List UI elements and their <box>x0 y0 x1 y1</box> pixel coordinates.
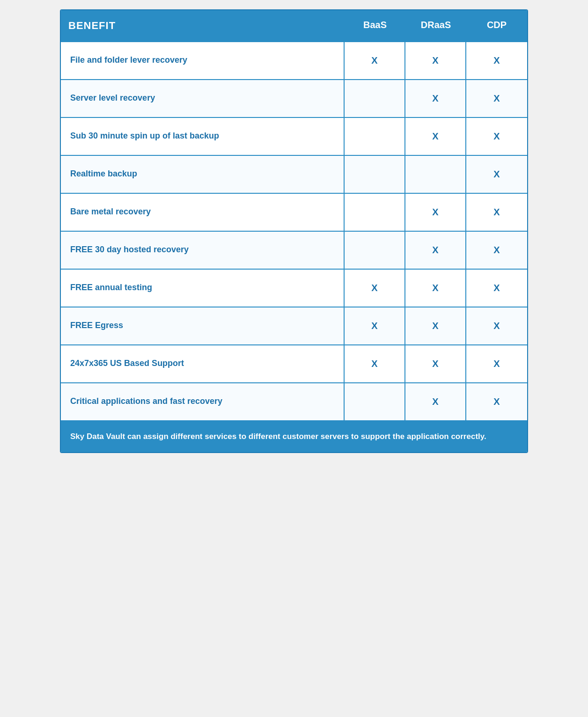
draas-cell: X <box>405 383 466 420</box>
baas-column-header: BaaS <box>345 10 405 41</box>
comparison-table: BENEFIT BaaS DRaaS CDP File and folder l… <box>60 9 528 453</box>
cdp-cell: X <box>466 156 527 193</box>
cdp-cell: X <box>466 80 527 117</box>
table-footer: Sky Data Vault can assign different serv… <box>61 420 527 452</box>
baas-cell <box>345 118 405 155</box>
table-row: FREE Egress X X X <box>61 307 527 344</box>
table-row: Server level recovery X X <box>61 79 527 117</box>
baas-cell <box>345 194 405 231</box>
baas-cell <box>345 80 405 117</box>
benefit-cell: Server level recovery <box>61 80 345 117</box>
benefit-cell: FREE Egress <box>61 307 345 344</box>
benefit-cell: Realtime backup <box>61 156 345 193</box>
draas-cell: X <box>405 194 466 231</box>
draas-cell: X <box>405 118 466 155</box>
baas-cell: X <box>345 307 405 344</box>
cdp-cell: X <box>466 345 527 382</box>
cdp-column-header: CDP <box>466 10 527 41</box>
cdp-cell: X <box>466 118 527 155</box>
cdp-cell: X <box>466 270 527 307</box>
table-row: 24x7x365 US Based Support X X X <box>61 344 527 382</box>
table-header: BENEFIT BaaS DRaaS CDP <box>61 10 527 41</box>
draas-cell: X <box>405 232 466 269</box>
table-body: File and folder lever recovery X X X Ser… <box>61 41 527 420</box>
benefit-cell: Sub 30 minute spin up of last backup <box>61 118 345 155</box>
draas-cell <box>405 156 466 193</box>
cdp-cell: X <box>466 383 527 420</box>
cdp-cell: X <box>466 42 527 79</box>
draas-cell: X <box>405 42 466 79</box>
baas-cell <box>345 383 405 420</box>
benefit-cell: Critical applications and fast recovery <box>61 383 345 420</box>
draas-cell: X <box>405 80 466 117</box>
table-row: Critical applications and fast recovery … <box>61 382 527 420</box>
draas-cell: X <box>405 307 466 344</box>
draas-column-header: DRaaS <box>405 10 466 41</box>
benefit-cell: 24x7x365 US Based Support <box>61 345 345 382</box>
benefit-column-header: BENEFIT <box>61 10 345 41</box>
draas-cell: X <box>405 270 466 307</box>
baas-cell: X <box>345 42 405 79</box>
benefit-cell: FREE annual testing <box>61 270 345 307</box>
baas-cell <box>345 156 405 193</box>
table-row: Realtime backup X <box>61 155 527 193</box>
cdp-cell: X <box>466 194 527 231</box>
table-row: File and folder lever recovery X X X <box>61 41 527 79</box>
table-row: FREE annual testing X X X <box>61 269 527 307</box>
baas-cell: X <box>345 270 405 307</box>
draas-cell: X <box>405 345 466 382</box>
footer-text: Sky Data Vault can assign different serv… <box>70 431 518 443</box>
table-row: Bare metal recovery X X <box>61 193 527 231</box>
cdp-cell: X <box>466 232 527 269</box>
benefit-cell: File and folder lever recovery <box>61 42 345 79</box>
cdp-cell: X <box>466 307 527 344</box>
benefit-cell: FREE 30 day hosted recovery <box>61 232 345 269</box>
table-row: Sub 30 minute spin up of last backup X X <box>61 117 527 155</box>
benefit-cell: Bare metal recovery <box>61 194 345 231</box>
baas-cell: X <box>345 345 405 382</box>
table-row: FREE 30 day hosted recovery X X <box>61 231 527 269</box>
baas-cell <box>345 232 405 269</box>
